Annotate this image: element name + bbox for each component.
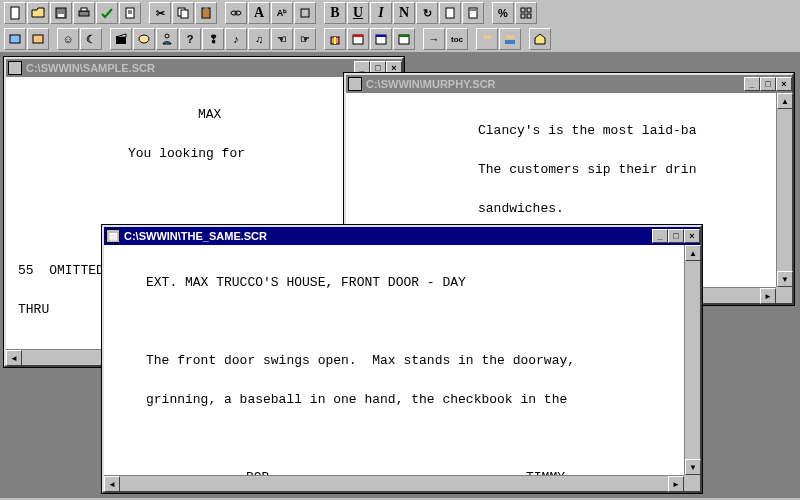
svg-point-26 <box>165 34 169 38</box>
note-icon[interactable]: ♪ <box>225 28 247 50</box>
svg-rect-9 <box>181 10 188 18</box>
gift-icon[interactable] <box>324 28 346 50</box>
vscrollbar[interactable]: ▲ ▼ <box>684 245 700 475</box>
svg-rect-11 <box>204 7 208 9</box>
hand1-icon[interactable]: ☜ <box>271 28 293 50</box>
scroll-left-icon[interactable]: ◄ <box>104 476 120 492</box>
svg-rect-15 <box>446 8 454 18</box>
grid-icon[interactable] <box>515 2 537 24</box>
cut-icon[interactable]: ✂ <box>149 2 171 24</box>
title-text: C:\SWWIN\THE_SAME.SCR <box>124 230 652 242</box>
save-icon[interactable] <box>50 2 72 24</box>
scroll-down-icon[interactable]: ▼ <box>777 271 793 287</box>
window-thesame[interactable]: ▤ C:\SWWIN\THE_SAME.SCR _ □ × EXT. MAX T… <box>102 225 702 493</box>
svg-rect-32 <box>376 35 386 37</box>
normal-button[interactable]: N <box>393 2 415 24</box>
titlebar-thesame[interactable]: ▤ C:\SWWIN\THE_SAME.SCR _ □ × <box>104 227 700 245</box>
close-button[interactable]: × <box>684 229 700 243</box>
svg-rect-14 <box>301 9 309 17</box>
svg-rect-21 <box>527 14 531 18</box>
title-text: C:\SWWIN\SAMPLE.SCR <box>26 62 354 74</box>
scroll-left-icon[interactable]: ◄ <box>6 350 22 366</box>
svg-point-38 <box>510 35 514 39</box>
home-icon[interactable] <box>529 28 551 50</box>
svg-rect-28 <box>334 37 336 44</box>
maximize-button[interactable]: □ <box>668 229 684 243</box>
slugline: EXT. MAX TRUCCO'S HOUSE, FRONT DOOR - DA… <box>146 273 680 293</box>
window1-icon[interactable] <box>4 28 26 50</box>
moon-icon[interactable]: ☾ <box>80 28 102 50</box>
titlebar-murphy[interactable]: ▤ C:\SWWIN\MURPHY.SCR _ □ × <box>346 75 792 93</box>
svg-rect-10 <box>202 8 210 18</box>
scroll-right-icon[interactable]: ► <box>668 476 684 492</box>
scene-number: 55 <box>18 263 34 278</box>
sysmenu-icon[interactable]: ▤ <box>8 61 22 75</box>
sysmenu-icon[interactable]: ▤ <box>106 229 120 243</box>
person-icon[interactable] <box>156 28 178 50</box>
hscrollbar[interactable]: ◄ ► <box>104 475 684 491</box>
doc1-icon[interactable] <box>439 2 461 24</box>
new-icon[interactable] <box>4 2 26 24</box>
sysmenu-icon[interactable]: ▤ <box>348 77 362 91</box>
cal2-icon[interactable] <box>370 28 392 50</box>
scroll-down-icon[interactable]: ▼ <box>685 459 701 475</box>
bold-button[interactable]: B <box>324 2 346 24</box>
page-setup-icon[interactable] <box>119 2 141 24</box>
toolbar-row-1: ✂ A Aᵇ B U I N ↻ % <box>0 0 800 26</box>
svg-rect-22 <box>10 35 20 43</box>
scroll-up-icon[interactable]: ▲ <box>777 93 793 109</box>
maximize-button[interactable]: □ <box>760 77 776 91</box>
cal3-icon[interactable] <box>393 28 415 50</box>
mask-icon[interactable] <box>133 28 155 50</box>
svg-point-35 <box>483 35 487 39</box>
doc-body-thesame[interactable]: EXT. MAX TRUCCO'S HOUSE, FRONT DOOR - DA… <box>104 245 700 475</box>
svg-rect-30 <box>353 35 363 37</box>
hand2-icon[interactable]: ☞ <box>294 28 316 50</box>
question-icon[interactable]: ? <box>179 28 201 50</box>
arrow-icon[interactable]: → <box>423 28 445 50</box>
font-icon[interactable]: A <box>248 2 270 24</box>
mdi-workspace: ▤ C:\SWWIN\SAMPLE.SCR _ □ × MAX You look… <box>0 53 800 498</box>
vscrollbar[interactable]: ▲ ▼ <box>776 93 792 287</box>
open-icon[interactable] <box>27 2 49 24</box>
refresh-icon[interactable]: ↻ <box>416 2 438 24</box>
percent-icon[interactable]: % <box>492 2 514 24</box>
exclaim-icon[interactable]: ❢ <box>202 28 224 50</box>
action-line: sandwiches. <box>478 199 772 219</box>
italic-button[interactable]: I <box>370 2 392 24</box>
minimize-button[interactable]: _ <box>744 77 760 91</box>
svg-point-36 <box>487 35 491 39</box>
window2-icon[interactable] <box>27 28 49 50</box>
svg-rect-19 <box>527 8 531 12</box>
paste-icon[interactable] <box>195 2 217 24</box>
titlebar-sample[interactable]: ▤ C:\SWWIN\SAMPLE.SCR _ □ × <box>6 59 402 77</box>
spellcheck-icon[interactable] <box>96 2 118 24</box>
scroll-up-icon[interactable]: ▲ <box>685 245 701 261</box>
notes-icon[interactable]: ♫ <box>248 28 270 50</box>
doc2-icon[interactable] <box>462 2 484 24</box>
svg-rect-18 <box>521 8 525 12</box>
people1-icon[interactable] <box>476 28 498 50</box>
svg-point-13 <box>235 11 241 15</box>
smile-icon[interactable]: ☺ <box>57 28 79 50</box>
svg-rect-4 <box>81 8 87 11</box>
close-button[interactable]: × <box>776 77 792 91</box>
print-icon[interactable] <box>73 2 95 24</box>
superscript-icon[interactable]: Aᵇ <box>271 2 293 24</box>
people2-icon[interactable] <box>499 28 521 50</box>
scroll-right-icon[interactable]: ► <box>760 288 776 304</box>
toolbar-area: ✂ A Aᵇ B U I N ↻ % ☺ ☾ ? ❢ ♪ ♫ ☜ ☞ <box>0 0 800 53</box>
toc-icon[interactable]: toc <box>446 28 468 50</box>
action-line: Clancy's is the most laid-ba <box>478 121 772 141</box>
copy-icon[interactable] <box>172 2 194 24</box>
clapboard-icon[interactable] <box>110 28 132 50</box>
underline-button[interactable]: U <box>347 2 369 24</box>
script-style-icon[interactable] <box>294 2 316 24</box>
svg-rect-3 <box>79 11 89 16</box>
cal1-icon[interactable] <box>347 28 369 50</box>
character-cue: TIMMY <box>526 468 565 476</box>
svg-rect-0 <box>11 7 19 19</box>
link-icon[interactable] <box>225 2 247 24</box>
minimize-button[interactable]: _ <box>652 229 668 243</box>
title-text: C:\SWWIN\MURPHY.SCR <box>366 78 744 90</box>
